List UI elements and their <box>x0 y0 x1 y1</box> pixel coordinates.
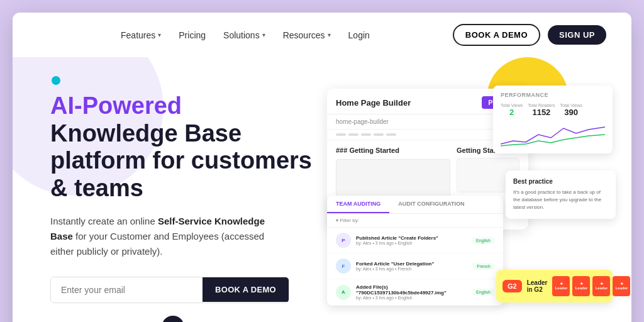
g2-card: G2 Leader in G2 ★Leader ★Leader ★Leader … <box>496 270 613 303</box>
g2-badge-4: ★Leader <box>613 276 630 296</box>
g2-logo: G2 <box>502 280 522 292</box>
dashboard-title: Home Page Builder <box>336 98 411 108</box>
team-item-3-text: Added File(s) "790DC15397130b49c5bde4992… <box>356 284 467 300</box>
navbar: Features ▾ Pricing Solutions ▾ Resources… <box>13 13 631 57</box>
toolbar-item <box>386 133 396 136</box>
perf-metric-3-label: Total Views <box>560 103 582 108</box>
best-practice-title: Best practice <box>513 178 608 185</box>
team-item-3: A Added File(s) "790DC15397130b49c5bde49… <box>327 279 503 306</box>
perf-metric-1: Total Views 2 <box>501 103 523 117</box>
performance-chart <box>501 122 605 147</box>
team-item-2-detail: by: Alex • 3 hrs ago • French <box>356 267 468 271</box>
team-item-2: F Forked Article "User Delegation" by: A… <box>327 253 503 279</box>
best-practice-card: Best practice It's a good practice to ta… <box>506 170 616 219</box>
team-card: TEAM AUDITING AUDIT CONFIGURATION ▾ Filt… <box>327 196 503 306</box>
team-auditing-tab[interactable]: TEAM AUDITING <box>327 196 389 213</box>
nav-login-label: Login <box>348 30 370 40</box>
hero-cta-row: Create a free account → ▶ Watch Video <box>50 316 314 322</box>
nav-solutions[interactable]: Solutions ▾ <box>223 30 265 40</box>
nav-login[interactable]: Login <box>348 30 370 40</box>
book-demo-button[interactable]: BOOK A DEMO <box>203 277 289 302</box>
team-item-2-badge: French <box>473 263 494 270</box>
best-practice-text: It's a good practice to take a back up o… <box>513 189 608 211</box>
team-item-2-action: Forked Article "User Delegation" <box>356 261 468 267</box>
team-item-3-action: Added File(s) "790DC15397130b49c5bde4992… <box>356 284 467 296</box>
watch-video-button[interactable]: ▶ Watch Video <box>162 316 240 322</box>
toolbar-item <box>336 133 346 136</box>
avatar-3: A <box>336 285 351 300</box>
chevron-down-icon: ▾ <box>158 31 161 38</box>
audit-config-tab[interactable]: AUDIT CONFIGURATION <box>389 196 473 213</box>
g2-badge-1: ★Leader <box>552 276 570 296</box>
email-form: BOOK A DEMO <box>50 277 289 303</box>
browser-frame: Features ▾ Pricing Solutions ▾ Resources… <box>13 13 631 322</box>
toolbar-item <box>348 133 358 136</box>
team-item-1-badge: English <box>472 237 494 244</box>
nav-pricing-label: Pricing <box>179 30 206 40</box>
nav-resources[interactable]: Resources ▾ <box>283 30 331 40</box>
nav-links: Features ▾ Pricing Solutions ▾ Resources… <box>121 30 370 40</box>
g2-badge-3: ★Leader <box>592 276 610 296</box>
perf-metric-3: Total Views 390 <box>560 103 582 117</box>
team-item-1-text: Published Article "Create Folders" by: A… <box>356 235 467 245</box>
nav-pricing[interactable]: Pricing <box>179 30 206 40</box>
book-demo-nav-button[interactable]: BOOK A DEMO <box>453 24 540 46</box>
nav-actions: BOOK A DEMO SIGN UP <box>453 24 606 46</box>
avatar-2: F <box>336 258 351 274</box>
sign-up-button[interactable]: SIGN UP <box>548 25 606 45</box>
avatar-1: P <box>336 233 351 248</box>
chevron-down-icon-3: ▾ <box>328 31 331 38</box>
team-item-2-text: Forked Article "User Delegation" by: Ale… <box>356 261 468 271</box>
g2-text: Leader in G2 <box>527 279 548 293</box>
team-filter[interactable]: ▾ Filter by: <box>327 214 503 228</box>
nav-resources-label: Resources <box>283 30 325 40</box>
perf-metric-1-label: Total Views <box>501 103 523 108</box>
team-item-1-detail: by: Alex • 3 hrs ago • English <box>356 241 467 245</box>
team-header: TEAM AUDITING AUDIT CONFIGURATION <box>327 196 503 214</box>
hero-right: Home Page Builder Publish home-page-buil… <box>327 70 606 309</box>
teal-dot-icon <box>52 76 60 85</box>
hero-subtitle-pre: Instantly create an online <box>50 216 158 226</box>
chevron-down-icon-2: ▾ <box>262 31 265 38</box>
getting-started-title: ### Getting Started <box>336 147 450 154</box>
performance-chart-svg <box>501 122 605 147</box>
performance-title: PERFORMANCE <box>501 92 605 98</box>
perf-metric-2-value: 1152 <box>528 108 555 117</box>
performance-card: PERFORMANCE Total Views 2 Total Readers … <box>493 86 613 153</box>
g2-badges: ★Leader ★Leader ★Leader ★Leader <box>552 276 630 296</box>
hero-title-highlight: AI-Powered <box>50 92 182 119</box>
hero-title-rest: Knowledge Base platform for customers & … <box>50 120 312 201</box>
hero-subtitle: Instantly create an online Self-Service … <box>50 214 277 259</box>
team-item-3-badge: English <box>472 289 494 296</box>
hero-subtitle-post: for your Customer and Employees (accesse… <box>50 231 264 257</box>
email-input[interactable] <box>51 277 203 303</box>
toolbar-item <box>374 133 384 136</box>
perf-metric-1-value: 2 <box>501 108 523 117</box>
hero-title: AI-Powered Knowledge Base platform for c… <box>50 92 314 203</box>
performance-metrics: Total Views 2 Total Readers 1152 Total V… <box>501 103 605 117</box>
team-item-1-action: Published Article "Create Folders" <box>356 235 467 241</box>
nav-features-label: Features <box>121 30 155 40</box>
hero-left: AI-Powered Knowledge Base platform for c… <box>50 70 314 322</box>
toolbar-item <box>361 133 371 136</box>
g2-badge-2: ★Leader <box>572 276 590 296</box>
perf-metric-2: Total Readers 1152 <box>528 103 555 117</box>
hero-section: AI-Powered Knowledge Base platform for c… <box>13 57 631 322</box>
image-placeholder <box>336 159 450 197</box>
team-item-1: P Published Article "Create Folders" by:… <box>327 228 503 253</box>
perf-metric-2-label: Total Readers <box>528 103 555 108</box>
play-icon: ▶ <box>162 316 184 322</box>
perf-metric-3-value: 390 <box>560 108 582 117</box>
nav-solutions-label: Solutions <box>223 30 260 40</box>
nav-features[interactable]: Features ▾ <box>121 30 161 40</box>
team-item-3-detail: by: Alex • 3 hrs ago • English <box>356 296 467 300</box>
